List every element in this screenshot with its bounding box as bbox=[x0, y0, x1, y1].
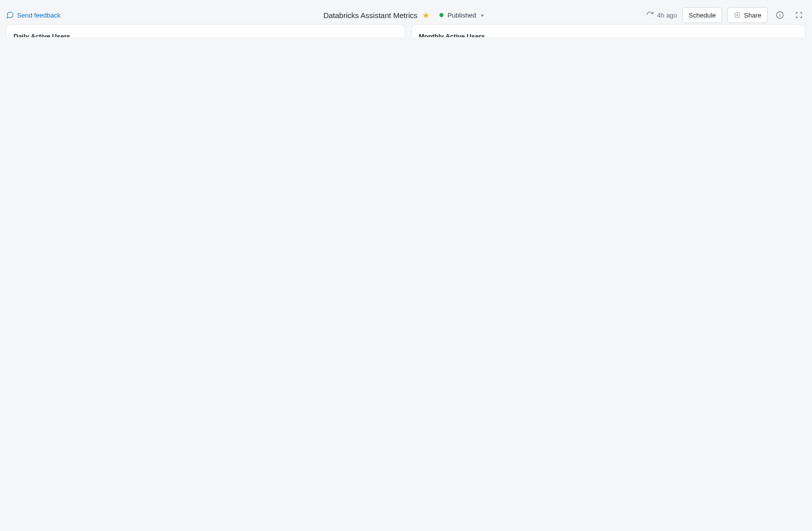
chevron-down-icon: ▾ bbox=[481, 13, 483, 18]
info-icon bbox=[775, 11, 784, 20]
status-dot-icon bbox=[439, 13, 443, 17]
fullscreen-button[interactable] bbox=[792, 8, 806, 22]
page-title: Databricks Assistant Metrics bbox=[323, 11, 418, 20]
send-feedback-link[interactable]: Send feedback bbox=[6, 11, 61, 19]
card-daily-active-users: Daily Active Users Active Users day 0501… bbox=[6, 24, 405, 37]
refresh-icon bbox=[646, 11, 654, 19]
star-icon[interactable]: ★ bbox=[422, 11, 429, 20]
share-icon bbox=[734, 12, 741, 19]
refresh-indicator[interactable]: 4h ago bbox=[646, 11, 677, 19]
svg-point-3 bbox=[779, 13, 780, 14]
schedule-button[interactable]: Schedule bbox=[682, 7, 722, 23]
fullscreen-icon bbox=[795, 11, 803, 19]
info-button[interactable] bbox=[773, 8, 787, 22]
status-chip[interactable]: Published ▾ bbox=[434, 10, 489, 21]
chart-title: Monthly Active Users bbox=[419, 33, 798, 37]
refresh-ago: 4h ago bbox=[657, 12, 677, 19]
status-label: Published bbox=[447, 12, 476, 19]
feedback-icon bbox=[6, 11, 14, 19]
chart-title: Daily Active Users bbox=[14, 33, 398, 37]
card-monthly-active-users: Monthly Active Users Active Users month … bbox=[411, 24, 805, 37]
share-button[interactable]: Share bbox=[727, 7, 768, 23]
send-feedback-label: Send feedback bbox=[17, 12, 61, 19]
